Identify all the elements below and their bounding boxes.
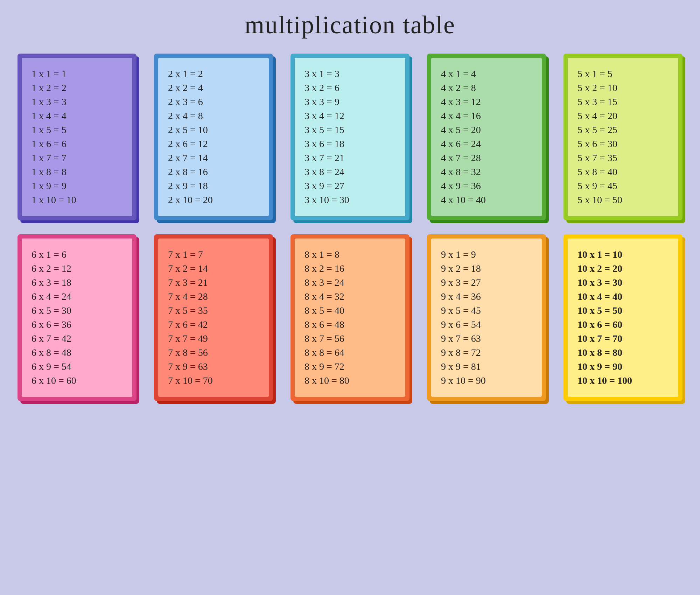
- equation-9-8: 9 x 8 = 72: [441, 347, 532, 358]
- equation-2-7: 2 x 7 = 14: [168, 152, 259, 164]
- equation-7-4: 7 x 4 = 28: [168, 291, 259, 302]
- equation-7-7: 7 x 7 = 49: [168, 333, 259, 344]
- equation-1-2: 1 x 2 = 2: [31, 82, 122, 94]
- equation-2-4: 2 x 4 = 8: [168, 110, 259, 122]
- equation-1-7: 1 x 7 = 7: [31, 152, 122, 164]
- equation-5-6: 5 x 6 = 30: [578, 138, 668, 150]
- equation-5-7: 5 x 7 = 35: [578, 152, 668, 164]
- multiplication-card-2: 2 x 1 = 22 x 2 = 42 x 3 = 62 x 4 = 82 x …: [154, 54, 273, 220]
- equation-3-1: 3 x 1 = 3: [304, 68, 396, 79]
- equation-9-3: 9 x 3 = 27: [441, 277, 532, 288]
- equation-8-4: 8 x 4 = 32: [304, 291, 396, 302]
- equation-6-3: 6 x 3 = 18: [31, 277, 122, 288]
- equation-2-1: 2 x 1 = 2: [168, 68, 259, 79]
- equation-7-10: 7 x 10 = 70: [168, 375, 259, 386]
- equation-3-3: 3 x 3 = 9: [304, 96, 396, 108]
- multiplication-card-7: 7 x 1 = 77 x 2 = 147 x 3 = 217 x 4 = 287…: [154, 234, 273, 401]
- equation-10-4: 10 x 4 = 40: [578, 291, 668, 302]
- equation-10-5: 10 x 5 = 50: [578, 305, 668, 316]
- equation-6-6: 6 x 6 = 36: [31, 319, 122, 330]
- equation-10-2: 10 x 2 = 20: [578, 263, 668, 274]
- equation-10-7: 10 x 7 = 70: [578, 333, 668, 344]
- equation-5-9: 5 x 9 = 45: [578, 180, 668, 192]
- equation-5-2: 5 x 2 = 10: [578, 82, 668, 94]
- equation-6-9: 6 x 9 = 54: [31, 361, 122, 372]
- equation-2-5: 2 x 5 = 10: [168, 124, 259, 136]
- equation-8-5: 8 x 5 = 40: [304, 305, 396, 316]
- equation-4-3: 4 x 3 = 12: [441, 96, 532, 108]
- equation-3-5: 3 x 5 = 15: [304, 124, 396, 136]
- multiplication-card-5: 5 x 1 = 55 x 2 = 105 x 3 = 155 x 4 = 205…: [564, 54, 682, 220]
- equation-4-9: 4 x 9 = 36: [441, 180, 532, 192]
- equation-10-1: 10 x 1 = 10: [578, 249, 668, 260]
- equation-1-8: 1 x 8 = 8: [31, 166, 122, 178]
- equation-2-2: 2 x 2 = 4: [168, 82, 259, 94]
- equation-9-2: 9 x 2 = 18: [441, 263, 532, 274]
- multiplication-card-9: 9 x 1 = 99 x 2 = 189 x 3 = 279 x 4 = 369…: [427, 234, 546, 401]
- multiplication-card-3: 3 x 1 = 33 x 2 = 63 x 3 = 93 x 4 = 123 x…: [290, 54, 410, 220]
- equation-8-6: 8 x 6 = 48: [304, 319, 396, 330]
- equation-1-3: 1 x 3 = 3: [31, 96, 122, 108]
- equation-6-1: 6 x 1 = 6: [31, 249, 122, 260]
- equation-3-7: 3 x 7 = 21: [304, 152, 396, 164]
- card-inner-7: 7 x 1 = 77 x 2 = 147 x 3 = 217 x 4 = 287…: [158, 238, 269, 397]
- multiplication-card-4: 4 x 1 = 44 x 2 = 84 x 3 = 124 x 4 = 164 …: [427, 54, 546, 220]
- equation-9-9: 9 x 9 = 81: [441, 361, 532, 372]
- equation-5-5: 5 x 5 = 25: [578, 124, 668, 136]
- equation-5-1: 5 x 1 = 5: [578, 68, 668, 79]
- equation-9-7: 9 x 7 = 63: [441, 333, 532, 344]
- equation-3-8: 3 x 8 = 24: [304, 166, 396, 178]
- card-inner-9: 9 x 1 = 99 x 2 = 189 x 3 = 279 x 4 = 369…: [431, 238, 542, 397]
- equation-3-2: 3 x 2 = 6: [304, 82, 396, 94]
- equation-4-6: 4 x 6 = 24: [441, 138, 532, 150]
- card-inner-3: 3 x 1 = 33 x 2 = 63 x 3 = 93 x 4 = 123 x…: [295, 58, 405, 216]
- equation-8-7: 8 x 7 = 56: [304, 333, 396, 344]
- equation-6-8: 6 x 8 = 48: [31, 347, 122, 358]
- equation-1-5: 1 x 5 = 5: [31, 124, 122, 136]
- equation-10-8: 10 x 8 = 80: [578, 347, 668, 358]
- equation-3-4: 3 x 4 = 12: [304, 110, 396, 122]
- card-inner-10: 10 x 1 = 1010 x 2 = 2010 x 3 = 3010 x 4 …: [568, 238, 678, 397]
- equation-4-4: 4 x 4 = 16: [441, 110, 532, 122]
- equation-6-2: 6 x 2 = 12: [31, 263, 122, 274]
- multiplication-grid: 1 x 1 = 11 x 2 = 21 x 3 = 31 x 4 = 41 x …: [18, 54, 682, 401]
- equation-2-10: 2 x 10 = 20: [168, 194, 259, 206]
- equation-4-10: 4 x 10 = 40: [441, 194, 532, 206]
- equation-4-7: 4 x 7 = 28: [441, 152, 532, 164]
- equation-2-6: 2 x 6 = 12: [168, 138, 259, 150]
- card-inner-2: 2 x 1 = 22 x 2 = 42 x 3 = 62 x 4 = 82 x …: [158, 58, 269, 216]
- equation-10-9: 10 x 9 = 90: [578, 361, 668, 372]
- equation-3-9: 3 x 9 = 27: [304, 180, 396, 192]
- equation-9-10: 9 x 10 = 90: [441, 375, 532, 386]
- equation-9-5: 9 x 5 = 45: [441, 305, 532, 316]
- multiplication-card-10: 10 x 1 = 1010 x 2 = 2010 x 3 = 3010 x 4 …: [564, 234, 682, 401]
- page-title: multiplication table: [245, 11, 455, 40]
- card-inner-4: 4 x 1 = 44 x 2 = 84 x 3 = 124 x 4 = 164 …: [431, 58, 542, 216]
- equation-9-4: 9 x 4 = 36: [441, 291, 532, 302]
- equation-3-10: 3 x 10 = 30: [304, 194, 396, 206]
- equation-7-3: 7 x 3 = 21: [168, 277, 259, 288]
- card-inner-8: 8 x 1 = 88 x 2 = 168 x 3 = 248 x 4 = 328…: [295, 238, 405, 397]
- equation-1-1: 1 x 1 = 1: [31, 68, 122, 79]
- card-inner-1: 1 x 1 = 11 x 2 = 21 x 3 = 31 x 4 = 41 x …: [22, 58, 132, 216]
- equation-8-10: 8 x 10 = 80: [304, 375, 396, 386]
- equation-4-5: 4 x 5 = 20: [441, 124, 532, 136]
- equation-9-1: 9 x 1 = 9: [441, 249, 532, 260]
- equation-3-6: 3 x 6 = 18: [304, 138, 396, 150]
- equation-8-2: 8 x 2 = 16: [304, 263, 396, 274]
- equation-6-4: 6 x 4 = 24: [31, 291, 122, 302]
- equation-5-10: 5 x 10 = 50: [578, 194, 668, 206]
- equation-2-9: 2 x 9 = 18: [168, 180, 259, 192]
- equation-8-9: 8 x 9 = 72: [304, 361, 396, 372]
- equation-4-1: 4 x 1 = 4: [441, 68, 532, 79]
- equation-7-5: 7 x 5 = 35: [168, 305, 259, 316]
- equation-6-10: 6 x 10 = 60: [31, 375, 122, 386]
- equation-8-3: 8 x 3 = 24: [304, 277, 396, 288]
- equation-4-2: 4 x 2 = 8: [441, 82, 532, 94]
- multiplication-card-8: 8 x 1 = 88 x 2 = 168 x 3 = 248 x 4 = 328…: [290, 234, 410, 401]
- equation-10-3: 10 x 3 = 30: [578, 277, 668, 288]
- multiplication-card-6: 6 x 1 = 66 x 2 = 126 x 3 = 186 x 4 = 246…: [18, 234, 136, 401]
- equation-5-8: 5 x 8 = 40: [578, 166, 668, 178]
- equation-6-7: 6 x 7 = 42: [31, 333, 122, 344]
- multiplication-card-1: 1 x 1 = 11 x 2 = 21 x 3 = 31 x 4 = 41 x …: [18, 54, 136, 220]
